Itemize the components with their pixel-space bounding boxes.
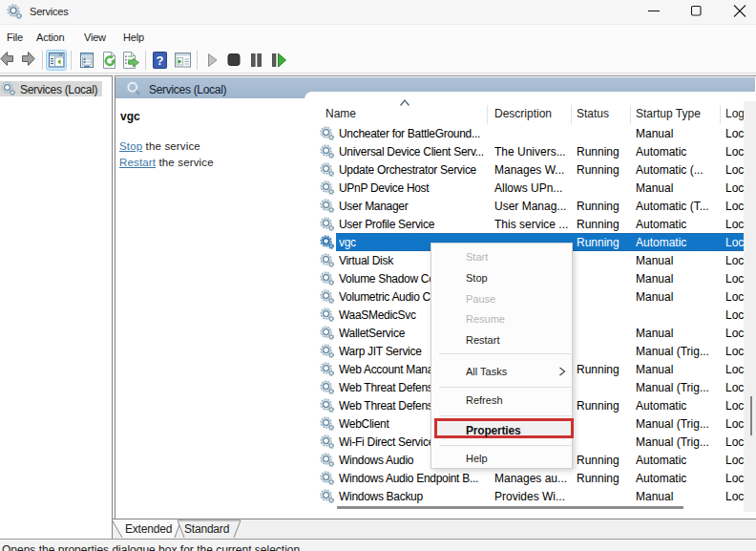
svg-text:Standard: Standard	[184, 522, 229, 536]
svg-text:?: ?	[157, 53, 164, 68]
svg-text:Extended: Extended	[125, 522, 172, 536]
